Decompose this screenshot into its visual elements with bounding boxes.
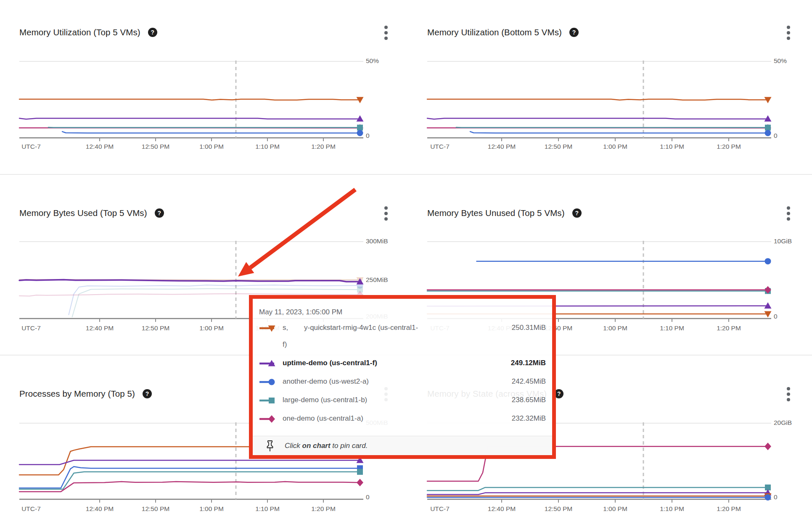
y-axis-label: 300MiB xyxy=(366,237,388,245)
x-axis-label: 12:50 PM xyxy=(545,505,572,512)
help-icon[interactable]: ? xyxy=(155,208,164,218)
series-large-demo (us-central1-b) xyxy=(48,125,363,131)
series-end-marker xyxy=(765,125,771,131)
x-axis-label: UTC-7 xyxy=(21,505,41,512)
x-axis-label: 1:10 PM xyxy=(255,143,280,150)
series-uptime-demo (us-central1-f) xyxy=(19,278,364,285)
more-options-kebab-icon[interactable] xyxy=(783,25,793,40)
x-axis-label: UTC-7 xyxy=(430,505,450,512)
x-axis-label: 12:40 PM xyxy=(86,505,114,512)
x-axis-label: UTC-7 xyxy=(21,324,41,332)
series-end-marker xyxy=(357,479,363,486)
series-quickstart-rmig-4w1c (us-central1-f) xyxy=(427,97,772,103)
series-end-marker xyxy=(357,125,363,131)
x-axis-label: 1:00 PM xyxy=(199,505,224,512)
x-axis-label: 1:00 PM xyxy=(199,324,224,332)
series-large-demo (us-central1-b) xyxy=(456,125,771,131)
series-process-teal xyxy=(19,469,363,489)
chart-title: Memory Utilization (Top 5 VMs) xyxy=(19,27,140,37)
chart-mem-util-bottom5[interactable]: 50%0UTC-712:40 PM12:50 PM1:00 PM1:10 PM1… xyxy=(427,57,787,150)
x-axis-label: 1:10 PM xyxy=(660,505,684,512)
y-axis-label: 50% xyxy=(774,57,787,64)
card-header: Memory Utilization (Bottom 5 VMs) ? xyxy=(427,25,579,40)
chart-title: Memory Bytes Unused (Top 5 VMs) xyxy=(427,208,565,218)
series-one-demo (us-central1-a) xyxy=(427,286,771,294)
more-options-kebab-icon[interactable] xyxy=(783,206,793,221)
x-axis-label: 1:10 PM xyxy=(255,505,280,512)
x-axis-label: 12:40 PM xyxy=(488,505,516,512)
series-end-marker xyxy=(764,443,771,450)
x-axis-label: 12:50 PM xyxy=(545,143,572,150)
x-axis-label: 1:20 PM xyxy=(717,505,741,512)
series-uptime-demo (us-central1-f) xyxy=(427,115,772,121)
more-options-kebab-icon[interactable] xyxy=(381,25,391,40)
x-axis-label: 1:20 PM xyxy=(717,143,741,150)
series-end-marker xyxy=(357,130,363,136)
x-axis-label: 12:40 PM xyxy=(86,324,114,332)
chart-mem-util-top5[interactable]: 50%0UTC-712:40 PM12:50 PM1:00 PM1:10 PM1… xyxy=(19,57,379,150)
series-another-demo (us-west2-a) xyxy=(477,258,771,264)
x-axis-label: 1:20 PM xyxy=(311,143,336,150)
series-end-marker xyxy=(357,469,363,475)
x-axis-label: 1:10 PM xyxy=(660,324,684,332)
series-process-pink xyxy=(19,479,363,492)
x-axis-label: 1:20 PM xyxy=(717,324,741,332)
y-axis-label: 10GiB xyxy=(774,237,792,245)
series-uptime-demo (us-central1-f) xyxy=(19,115,364,121)
help-icon[interactable]: ? xyxy=(148,28,157,37)
x-axis-label: UTC-7 xyxy=(430,143,450,150)
series-quickstart-rmig-4w1c (us-central1-f) xyxy=(19,97,364,103)
series-end-marker xyxy=(765,130,771,136)
help-icon[interactable]: ? xyxy=(143,389,152,398)
x-axis-label: 1:00 PM xyxy=(199,143,224,150)
series-another-demo (us-west2-a) xyxy=(62,130,363,136)
help-icon[interactable]: ? xyxy=(569,28,579,37)
x-axis-label: UTC-7 xyxy=(21,143,41,150)
x-axis-label: 12:50 PM xyxy=(142,324,169,332)
card-header: Memory Bytes Unused (Top 5 VMs) ? xyxy=(427,206,582,220)
x-axis-label: 1:00 PM xyxy=(603,324,627,332)
series-large-demo (us-central1-b) xyxy=(427,288,771,294)
series-another-demo (us-west2-a) xyxy=(470,130,771,136)
y-axis-label: 0 xyxy=(366,493,370,501)
series-end-marker xyxy=(765,258,771,264)
y-axis-label: 250MiB xyxy=(366,276,388,283)
y-axis-label: 0 xyxy=(774,132,778,139)
help-icon[interactable]: ? xyxy=(572,208,582,218)
x-axis-label: 1:00 PM xyxy=(603,505,627,512)
card-header: Memory Bytes Used (Top 5 VMs) ? xyxy=(19,206,164,220)
y-axis-label: 0 xyxy=(774,493,778,501)
more-options-kebab-icon[interactable] xyxy=(381,206,391,221)
x-axis-label: 12:50 PM xyxy=(142,143,169,150)
y-axis-label: 0 xyxy=(774,313,778,320)
more-options-kebab-icon[interactable] xyxy=(783,387,793,402)
chart-title: Memory Bytes Used (Top 5 VMs) xyxy=(19,208,147,218)
annotation-highlight-box xyxy=(249,295,556,459)
y-axis-label: 20GiB xyxy=(774,419,792,426)
x-axis-label: 12:50 PM xyxy=(142,505,169,512)
card-header: Processes by Memory (Top 5) ? xyxy=(19,387,152,401)
series-state-teal xyxy=(427,485,771,490)
y-axis-label: 50% xyxy=(366,57,379,64)
monitoring-dashboard: { "icons": { "help": "?" }, "annotation"… xyxy=(0,0,812,519)
x-axis-label: 1:00 PM xyxy=(603,143,627,150)
x-axis-label: 12:40 PM xyxy=(86,143,114,150)
card-header: Memory Utilization (Top 5 VMs) ? xyxy=(19,25,157,40)
x-axis-label: 1:20 PM xyxy=(311,505,336,512)
x-axis-label: 1:10 PM xyxy=(660,143,684,150)
y-axis-label: 0 xyxy=(366,132,370,139)
x-axis-label: 12:40 PM xyxy=(488,143,516,150)
series-end-marker xyxy=(765,494,771,501)
chart-title: Memory Utilization (Bottom 5 VMs) xyxy=(427,27,562,37)
chart-title: Processes by Memory (Top 5) xyxy=(19,389,135,399)
